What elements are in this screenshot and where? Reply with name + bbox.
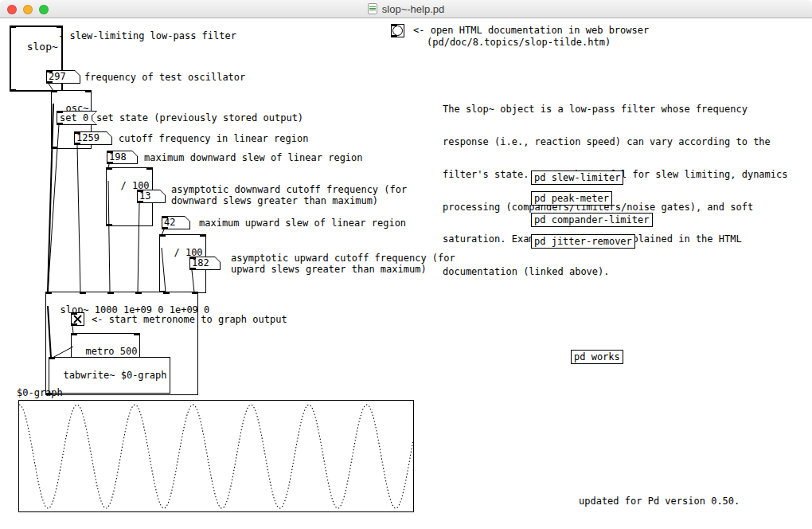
outlet bbox=[162, 227, 168, 229]
object-text: / 100 bbox=[120, 180, 149, 191]
subpatch-slew-limiter[interactable]: pd slew-limiter bbox=[531, 170, 623, 185]
inlet bbox=[146, 167, 153, 170]
outlet bbox=[74, 143, 80, 145]
inlet bbox=[107, 151, 113, 153]
comment-down-asymptotic: asymptotic downward cutoff frequency (fo… bbox=[171, 184, 407, 206]
outlet bbox=[57, 123, 63, 125]
comment-line: downward slews greater than maximum) bbox=[171, 195, 378, 206]
subpatch-compander-limiter[interactable]: pd compander-limiter bbox=[531, 213, 653, 227]
minimize-button[interactable] bbox=[23, 5, 33, 14]
inlet bbox=[137, 190, 143, 192]
close-button[interactable] bbox=[7, 5, 17, 14]
window-titlebar[interactable]: slop~-help.pd bbox=[0, 0, 812, 18]
subpatch-works[interactable]: pd works bbox=[571, 350, 623, 364]
inlet bbox=[46, 70, 53, 72]
outlet bbox=[107, 162, 113, 164]
comment-line: The slop~ object is a low-pass filter wh… bbox=[443, 104, 787, 116]
comment-doc-link-1: <- open HTML documentation in web browse… bbox=[413, 25, 649, 36]
object-text: / 100 bbox=[174, 247, 202, 258]
comment-frequency: frequency of test oscillator bbox=[84, 72, 245, 83]
comment-description: The slop~ object is a low-pass filter wh… bbox=[443, 83, 787, 288]
comment-doc-link-2: (pd/doc/8.topics/slop-tilde.htm) bbox=[427, 37, 611, 48]
object-text: metro 500 bbox=[85, 346, 137, 357]
subpatch-peak-meter[interactable]: pd peak-meter bbox=[531, 191, 612, 206]
inlet bbox=[391, 24, 397, 26]
outlet bbox=[46, 81, 53, 84]
inlet bbox=[159, 234, 166, 237]
number-box-cutoff[interactable]: 1259 bbox=[74, 131, 112, 145]
outlet bbox=[106, 224, 112, 226]
comment-line: asymptotic downward cutoff frequency (fo… bbox=[171, 184, 407, 195]
traffic-lights bbox=[7, 5, 49, 14]
inlet bbox=[192, 292, 198, 294]
graph-canvas[interactable] bbox=[18, 400, 414, 512]
comment-line: response (i.e., reaction speed) can vary… bbox=[443, 137, 787, 148]
graph-label: $0-graph bbox=[17, 387, 63, 398]
inlet bbox=[10, 25, 16, 28]
inlet bbox=[200, 234, 206, 237]
document-icon bbox=[368, 3, 377, 14]
inlet bbox=[71, 312, 77, 315]
outlet bbox=[71, 323, 77, 326]
comment-main-description: - slew-limiting low-pass filter bbox=[58, 30, 236, 41]
number-box-frequency[interactable]: 297 bbox=[46, 70, 80, 84]
inlet bbox=[189, 257, 196, 259]
inlet bbox=[71, 333, 77, 335]
graph-wave-svg bbox=[19, 401, 413, 511]
outlet bbox=[391, 35, 397, 37]
number-box-up-asymptotic[interactable]: 182 bbox=[189, 257, 221, 270]
inlet bbox=[135, 292, 142, 294]
inlet bbox=[57, 25, 63, 28]
number-box-max-up-slew[interactable]: 42 bbox=[162, 216, 190, 229]
footer-note: updated for Pd version 0.50. bbox=[579, 496, 740, 507]
comment-max-up-slew: maximum upward slew of linear region bbox=[199, 217, 406, 229]
comment-set-state: set state (previously stored output) bbox=[96, 112, 303, 123]
inlet bbox=[163, 292, 170, 294]
number-box-down-asymptotic[interactable]: 13 bbox=[137, 190, 166, 203]
object-box-tabwrite: tabwrite~ $0-graph bbox=[49, 357, 170, 394]
sine-wave-path bbox=[19, 405, 413, 508]
outlet bbox=[51, 147, 57, 149]
window-title: slop~-help.pd bbox=[382, 3, 444, 15]
number-box-max-down-slew[interactable]: 198 bbox=[107, 151, 138, 164]
object-text: tabwrite~ $0-graph bbox=[63, 370, 166, 381]
comment-up-asymptotic: asymptotic upward cutoff frequency (foru… bbox=[231, 253, 455, 275]
bang-open-docs[interactable] bbox=[391, 24, 404, 37]
outlet bbox=[10, 89, 16, 92]
inlet bbox=[106, 167, 112, 170]
outlet bbox=[137, 201, 143, 203]
toggle-metronome[interactable] bbox=[71, 312, 84, 326]
comment-line: upward slews greater than maximum) bbox=[231, 264, 427, 275]
inlet bbox=[49, 357, 55, 359]
message-text: set 0 bbox=[57, 112, 96, 124]
comment-toggle: <- start metronome to graph output bbox=[92, 314, 287, 325]
inlet bbox=[162, 216, 168, 218]
message-box-set-state[interactable]: set 0 bbox=[57, 111, 97, 125]
comment-line: processing (companders/limiters/noise ga… bbox=[443, 202, 787, 214]
comment-cutoff: cutoff frequency in linear region bbox=[119, 133, 308, 144]
inlet bbox=[51, 90, 57, 92]
inlet bbox=[134, 333, 140, 335]
comment-line: asymptotic upward cutoff frequency (for bbox=[231, 253, 455, 264]
inlet bbox=[45, 292, 52, 294]
zoom-button[interactable] bbox=[39, 5, 49, 14]
inlet bbox=[107, 292, 114, 294]
comment-max-down-slew: maximum downward slew of linear region bbox=[144, 152, 363, 163]
inlet bbox=[85, 90, 92, 92]
inlet bbox=[80, 292, 86, 294]
inlet bbox=[74, 131, 80, 134]
outlet bbox=[189, 268, 196, 270]
subpatch-jitter-remover[interactable]: pd jitter-remover bbox=[531, 234, 635, 249]
inlet bbox=[57, 111, 63, 113]
main-object-text: slop~ bbox=[27, 41, 58, 53]
comment-line: documentation (linked above). bbox=[443, 267, 787, 278]
